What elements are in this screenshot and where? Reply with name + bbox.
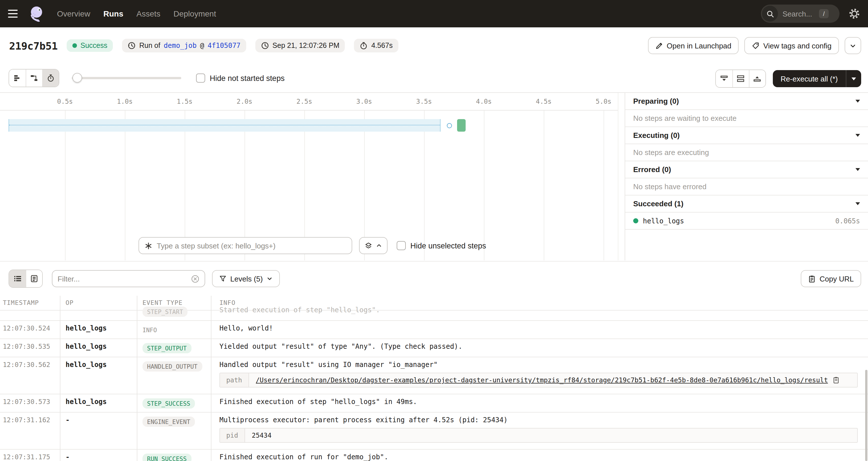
axis-tick-label: 1.0s xyxy=(117,97,132,105)
success-dot-icon xyxy=(633,218,638,223)
step-status-panel: Preparing (0) No steps are waiting to ex… xyxy=(625,93,868,260)
gridline xyxy=(603,111,604,260)
funnel-icon xyxy=(219,275,226,282)
hide-unselected-label[interactable]: Hide unselected steps xyxy=(410,241,486,250)
list-icon xyxy=(13,275,21,283)
flat-view-button[interactable] xyxy=(9,69,26,87)
gridline xyxy=(125,111,125,260)
op-selector-icon xyxy=(145,242,152,249)
event-metadata-box: pid 25434 xyxy=(219,428,858,443)
waterfall-view-button[interactable] xyxy=(26,69,42,87)
event-type-badge: STEP_OUTPUT xyxy=(143,343,191,353)
flat-view-icon xyxy=(13,74,21,82)
levels-filter-button[interactable]: Levels (5) xyxy=(212,270,280,287)
clock-icon xyxy=(261,41,269,50)
expand-up-button[interactable] xyxy=(749,70,765,87)
log-filter-input[interactable] xyxy=(58,274,187,283)
copy-icon[interactable] xyxy=(832,377,839,383)
axis-tick-label: 5.0s xyxy=(596,97,611,105)
reexecute-all-button[interactable]: Re-execute all (*) xyxy=(773,70,846,87)
search-input[interactable] xyxy=(782,9,814,18)
gantt-step-marker[interactable] xyxy=(447,123,452,128)
chevron-down-icon xyxy=(850,42,856,49)
split-panel-group xyxy=(715,69,766,88)
run-header: 219c7b51 Success Run of demo_job @ 4f105… xyxy=(0,27,868,64)
version-link[interactable]: 4f105077 xyxy=(208,41,241,50)
nav-item-overview[interactable]: Overview xyxy=(57,9,90,18)
gridline xyxy=(65,111,66,260)
path-link[interactable]: /Users/erincochran/Desktop/dagster-examp… xyxy=(256,376,828,384)
job-link[interactable]: demo_job xyxy=(163,41,197,50)
stopwatch-icon xyxy=(47,74,55,82)
hide-not-started-label[interactable]: Hide not started steps xyxy=(210,74,285,82)
primary-nav: Overview Runs Assets Deployment xyxy=(57,9,216,18)
axis-tick-label: 2.5s xyxy=(297,97,312,105)
event-type-badge: STEP_SUCCESS xyxy=(143,398,195,408)
split-even-button[interactable] xyxy=(732,70,749,87)
axis-tick-label: 4.5s xyxy=(536,97,551,105)
slider-knob[interactable] xyxy=(72,73,82,83)
copy-url-button[interactable]: Copy URL xyxy=(801,270,861,287)
caret-down-icon xyxy=(851,77,856,80)
search-shortcut-key: / xyxy=(819,9,829,18)
gantt-toolbar: Hide not started steps Re-execute all (*… xyxy=(0,64,868,92)
graph-query-toggle-button[interactable] xyxy=(359,237,388,254)
hide-not-started-checkbox[interactable] xyxy=(196,73,205,83)
search-box[interactable]: / xyxy=(761,5,839,23)
log-row[interactable]: 12:07:30.573 hello_logs STEP_SUCCESS Fin… xyxy=(0,394,868,412)
slider-track xyxy=(72,77,181,79)
nav-item-deployment[interactable]: Deployment xyxy=(174,9,216,18)
section-succeeded-header[interactable]: Succeeded (1) xyxy=(625,195,868,213)
list-view-button[interactable] xyxy=(9,270,26,287)
section-errored-header[interactable]: Errored (0) xyxy=(625,161,868,178)
run-actions-menu-button[interactable] xyxy=(845,37,861,54)
log-row[interactable]: 12:07:31.175 - RUN_SUCCESS Finished exec… xyxy=(0,450,868,461)
section-errored-empty: No steps have errored xyxy=(625,178,868,195)
metadata-value: 25434 xyxy=(252,431,272,439)
axis-tick-label: 2.0s xyxy=(237,97,252,105)
duration-tag: 4.567s xyxy=(354,39,398,53)
gantt-step-bar[interactable] xyxy=(457,119,466,132)
clear-filter-icon[interactable] xyxy=(191,274,199,283)
hide-unselected-checkbox[interactable] xyxy=(397,241,406,250)
caret-down-icon xyxy=(856,202,860,205)
step-subset-row: Hide unselected steps xyxy=(138,237,486,254)
step-subset-box[interactable] xyxy=(138,237,352,254)
gantt-chart[interactable]: 0.5s1.0s1.5s2.0s2.5s3.0s3.5s4.0s4.5s5.0s xyxy=(0,93,618,260)
log-row[interactable]: STEP_START Started execution of step "he… xyxy=(0,303,868,321)
nav-item-runs[interactable]: Runs xyxy=(103,9,123,18)
gantt-zoom-slider[interactable] xyxy=(72,73,181,83)
split-even-icon xyxy=(736,75,745,83)
nav-item-assets[interactable]: Assets xyxy=(136,9,160,18)
axis-tick-label: 0.5s xyxy=(57,97,73,105)
log-row[interactable]: 12:07:30.562 hello_logs HANDLED_OUTPUT H… xyxy=(0,357,868,394)
log-filter-box[interactable] xyxy=(52,270,205,287)
log-row[interactable]: 12:07:30.524 hello_logs INFO Hello, worl… xyxy=(0,321,868,339)
axis-tick-label: 3.0s xyxy=(356,97,372,105)
step-subset-input[interactable] xyxy=(157,241,346,250)
collapse-down-button[interactable] xyxy=(716,70,732,87)
axis-tick-label: 3.5s xyxy=(416,97,432,105)
tag-icon xyxy=(752,42,760,49)
structured-view-button[interactable] xyxy=(26,270,42,287)
section-preparing-header[interactable]: Preparing (0) xyxy=(625,93,868,110)
reexecute-options-button[interactable] xyxy=(846,70,861,87)
log-row[interactable]: 12:07:30.535 hello_logs STEP_OUTPUT Yiel… xyxy=(0,339,868,357)
gridline xyxy=(544,111,544,260)
succeeded-step-row[interactable]: hello_logs 0.065s xyxy=(625,213,868,229)
timed-view-button[interactable] xyxy=(42,69,59,87)
log-scrollbar-thumb[interactable] xyxy=(865,370,867,461)
gear-icon[interactable] xyxy=(848,8,860,19)
search-icon xyxy=(762,6,778,22)
hamburger-menu-icon[interactable] xyxy=(8,7,22,21)
waiting-dotted-line xyxy=(9,125,440,125)
section-executing-header[interactable]: Executing (0) xyxy=(625,127,868,144)
dagster-logo-icon[interactable] xyxy=(29,5,45,22)
metadata-key: pid xyxy=(220,429,245,442)
view-tags-config-button[interactable]: View tags and config xyxy=(745,37,839,54)
log-row[interactable]: 12:07:31.162 - ENGINE_EVENT Multiprocess… xyxy=(0,412,868,450)
open-in-launchpad-button[interactable]: Open in Launchpad xyxy=(648,37,739,54)
reexecute-split-button: Re-execute all (*) xyxy=(773,70,861,87)
top-nav: Overview Runs Assets Deployment / xyxy=(0,0,868,27)
gantt-waiting-band xyxy=(8,119,440,132)
